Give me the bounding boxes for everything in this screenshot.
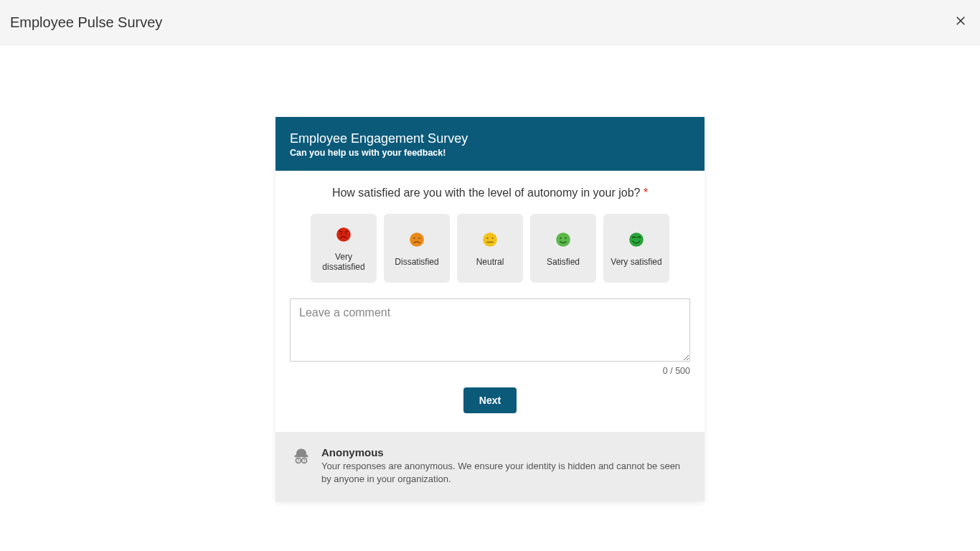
svg-text:?: ? [297, 459, 299, 463]
comment-input[interactable] [290, 298, 690, 362]
rating-neutral[interactable]: Neutral [457, 214, 523, 283]
face-very-dissatisfied-icon [334, 225, 354, 245]
survey-footer: ? ? Anonymous Your responses are anonymo… [275, 432, 705, 501]
face-very-satisfied-icon [626, 230, 646, 250]
svg-point-8 [413, 237, 415, 239]
svg-point-12 [491, 237, 493, 239]
rating-dissatisfied[interactable]: Dissatisfied [384, 214, 450, 283]
svg-point-9 [418, 237, 420, 239]
svg-text:?: ? [303, 459, 306, 463]
close-button[interactable] [951, 11, 970, 33]
svg-point-6 [345, 233, 347, 235]
rating-very-dissatisfied[interactable]: Very dissatisfied [311, 214, 377, 283]
svg-point-14 [556, 232, 570, 247]
rating-satisfied[interactable]: Satisfied [530, 214, 596, 283]
survey-body: How satisfied are you with the level of … [275, 171, 705, 432]
rating-very-satisfied[interactable]: Very satisfied [603, 214, 669, 283]
survey-subtitle: Can you help us with your feedback! [290, 148, 690, 158]
svg-point-2 [336, 227, 351, 242]
svg-point-5 [340, 233, 341, 235]
rating-label: Satisfied [547, 257, 580, 267]
svg-point-16 [565, 237, 566, 239]
top-bar: Employee Pulse Survey [0, 0, 980, 45]
rating-label: Dissatisfied [395, 257, 438, 267]
survey-card: Employee Engagement Survey Can you help … [275, 117, 705, 501]
svg-point-7 [410, 232, 424, 247]
next-button[interactable]: Next [463, 387, 517, 413]
svg-point-11 [486, 237, 488, 239]
anonymous-text: Anonymous Your responses are anonymous. … [321, 446, 689, 486]
face-neutral-icon [480, 230, 500, 250]
close-icon [954, 17, 967, 29]
char-count: 0 / 500 [290, 366, 690, 376]
rating-label: Very satisfied [611, 257, 661, 267]
face-satisfied-icon [553, 230, 573, 250]
anonymous-desc: Your responses are anonymous. We ensure … [321, 460, 689, 486]
rating-row: Very dissatisfied Dissatisfied [290, 214, 690, 283]
svg-point-10 [483, 232, 497, 247]
survey-title: Employee Engagement Survey [290, 131, 690, 146]
required-marker: * [644, 187, 648, 199]
rating-label: Neutral [476, 257, 504, 267]
page-title: Employee Pulse Survey [10, 14, 162, 31]
survey-header: Employee Engagement Survey Can you help … [275, 117, 705, 171]
anonymous-icon: ? ? [291, 446, 311, 469]
svg-point-17 [629, 232, 644, 247]
question-text: How satisfied are you with the level of … [290, 187, 690, 199]
anonymous-title: Anonymous [321, 446, 689, 458]
svg-point-15 [560, 237, 561, 239]
rating-label: Very dissatisfied [314, 252, 374, 273]
face-dissatisfied-icon [407, 230, 427, 250]
question-label: How satisfied are you with the level of … [332, 187, 641, 199]
